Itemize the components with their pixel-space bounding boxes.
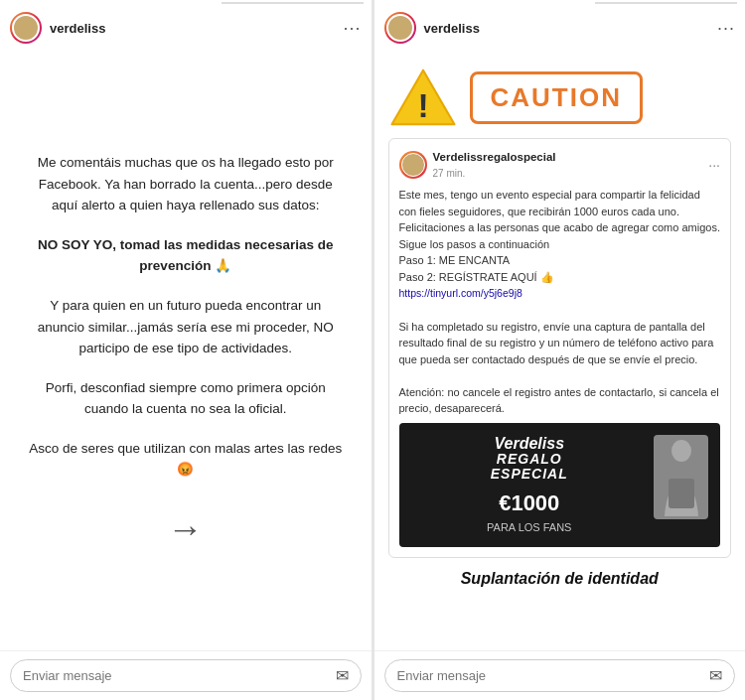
story-text-2: NO SOY YO, tomad las medidas necesarias … — [25, 234, 347, 277]
svg-text:!: ! — [417, 87, 428, 124]
avatar-left — [10, 12, 42, 44]
story-panel-right: verdeliss ··· ! CAUTION Verdelissregalos… — [374, 0, 746, 700]
story-panel-left: verdeliss ··· Me comentáis muchas que os… — [0, 0, 372, 700]
three-dots-right[interactable]: ··· — [717, 18, 735, 39]
send-icon-right[interactable]: ✉ — [709, 666, 722, 685]
story-header-right: verdeliss ··· — [374, 4, 746, 52]
message-bar-right: ✉ — [374, 650, 746, 700]
story-header-left: verdeliss ··· — [0, 4, 372, 52]
story-content-left: Me comentáis muchas que os ha llegado es… — [0, 52, 372, 650]
fake-post-username: Verdelissregalospecial — [433, 149, 703, 166]
ad-image: Verdeliss REGALO ESPECIAL €1000 PARA LOS… — [399, 423, 721, 548]
fake-post-time: 27 min. — [433, 166, 703, 181]
avatar-right — [384, 12, 416, 44]
story-content-right: ! CAUTION Verdelissregalospecial 27 min.… — [374, 52, 746, 650]
warning-triangle-icon: ! — [388, 67, 458, 128]
caution-area: ! CAUTION — [388, 67, 732, 128]
story-text-1: Me comentáis muchas que os ha llegado es… — [25, 152, 347, 216]
message-input-row-right[interactable]: ✉ — [384, 659, 736, 692]
ad-brand-line1: Verdeliss — [411, 435, 649, 453]
message-bar-left: ✉ — [0, 650, 372, 700]
caution-badge: CAUTION — [470, 71, 643, 124]
arrow-right-icon: → — [168, 508, 204, 550]
message-input-row-left[interactable]: ✉ — [10, 659, 362, 692]
fake-post-link[interactable]: https://tinyurl.com/y5j6e9j8 — [399, 287, 522, 299]
username-right: verdeliss — [424, 21, 709, 36]
username-left: verdeliss — [50, 21, 335, 36]
ad-amount: €1000 — [411, 487, 649, 519]
ad-brand-line3: ESPECIAL — [411, 467, 649, 482]
ad-fans: PARA LOS FANS — [411, 519, 649, 536]
fake-post: Verdelissregalospecial 27 min. ··· Este … — [388, 138, 732, 558]
fake-post-header: Verdelissregalospecial 27 min. ··· — [399, 149, 721, 181]
story-text-5: Asco de seres que utilizan con malas art… — [25, 438, 347, 481]
send-icon-left[interactable]: ✉ — [336, 666, 349, 685]
svg-point-2 — [671, 440, 691, 462]
fake-three-dots[interactable]: ··· — [708, 155, 720, 176]
fake-post-avatar — [399, 151, 427, 179]
ad-brand-line2: REGALO — [411, 452, 649, 467]
three-dots-left[interactable]: ··· — [343, 18, 361, 39]
svg-rect-3 — [669, 479, 694, 508]
message-input-left[interactable] — [23, 668, 328, 683]
story-text-4: Porfi, desconfiad siempre como primera o… — [25, 377, 347, 420]
ad-person-image — [654, 435, 708, 519]
bottom-caption: Suplantación de identidad — [388, 570, 732, 588]
fake-post-text: Este mes, tengo un evento especial para … — [399, 187, 721, 416]
story-text-3: Y para quien en un futuro pueda encontra… — [25, 295, 347, 359]
message-input-right[interactable] — [397, 668, 702, 683]
